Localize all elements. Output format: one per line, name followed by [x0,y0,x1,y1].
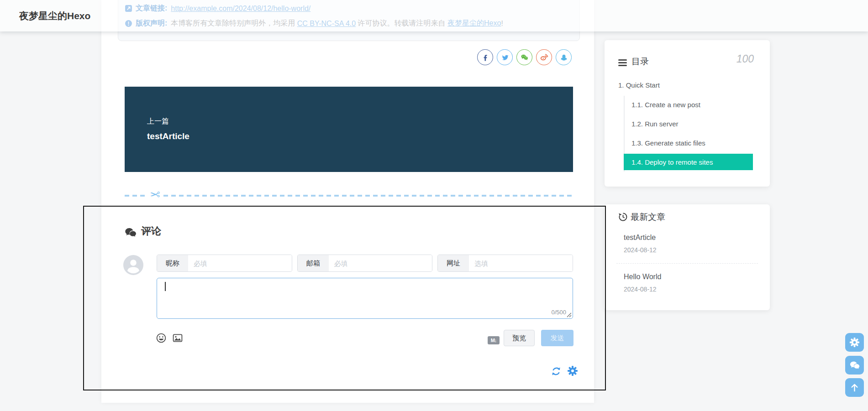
main-content: 文章链接: http://example.com/2024/08/12/hell… [101,0,594,403]
toc-item-create-post[interactable]: 1.1. Create a new post [631,101,700,109]
nickname-label: 昵称 [157,255,188,271]
email-field-group: 邮箱 [297,255,433,272]
text-caret [165,282,166,291]
nickname-field-group: 昵称 [157,255,292,272]
gear-icon [849,337,860,348]
toc-title: 目录 [631,56,649,68]
recent-post-link[interactable]: testArticle [624,234,656,242]
share-wechat-button[interactable] [516,49,532,65]
prev-post-label: 上一篇 [147,117,169,126]
toc-card: 目录 100 1. Quick Start 1.1. Create a new … [605,40,770,187]
arrow-up-icon [849,382,860,393]
comments-title: 评论 [141,224,161,238]
toc-item-run-server[interactable]: 1.2. Run server [631,120,679,128]
settings-float-button[interactable] [845,333,864,352]
website-field-group: 网址 [437,255,573,272]
comments-float-button[interactable] [845,356,864,375]
share-facebook-button[interactable] [477,49,493,65]
emoji-button[interactable] [156,333,167,343]
toc-list-icon [618,59,627,68]
page: 文章链接: http://example.com/2024/08/12/hell… [0,0,868,411]
site-title[interactable]: 夜梦星尘的Hexo [19,0,90,31]
comment-meta-fields: 昵称 邮箱 网址 [157,255,573,272]
recent-posts-title: 最新文章 [631,211,665,223]
website-input[interactable] [469,255,573,271]
twitter-icon [500,53,510,62]
recent-post-date: 2024-08-12 [624,246,657,254]
comment-textarea[interactable]: 0/500 [157,278,573,319]
send-button[interactable]: 发送 [541,330,573,346]
history-icon [618,212,628,222]
email-input[interactable] [329,255,432,271]
share-qq-button[interactable] [556,49,572,65]
prev-post-card[interactable]: 上一篇 testArticle [125,87,573,172]
preview-button[interactable]: 预览 [504,330,535,346]
site-header: 夜梦星尘的Hexo [0,0,868,31]
recent-post-date: 2024-08-12 [624,286,657,293]
resize-handle-icon[interactable] [567,312,572,317]
toc-item-quick-start[interactable]: 1. Quick Start [618,81,660,89]
toc-item-deploy-active[interactable]: 1.4. Deploy to remote sites [624,154,753,170]
weibo-icon [539,52,549,62]
share-weibo-button[interactable] [536,49,552,65]
comments-icon [124,226,137,239]
comment-settings-gear-icon[interactable] [567,365,578,376]
back-to-top-button[interactable] [845,378,864,397]
scissors-icon: ✂ [147,187,163,203]
toc-item-generate-files[interactable]: 1.3. Generate static files [631,139,705,147]
nickname-input[interactable] [188,255,292,271]
prev-post-title: testArticle [147,131,189,141]
wechat-icon [520,52,529,62]
recent-posts-divider [616,263,758,264]
char-counter: 0/500 [551,309,566,316]
email-label: 邮箱 [298,255,329,271]
recent-posts-card: 最新文章 testArticle 2024-08-12 Hello World … [605,204,770,310]
recent-post-link[interactable]: Hello World [624,273,661,281]
markdown-icon: M↓ [488,336,500,344]
share-row [477,49,572,65]
share-twitter-button[interactable] [497,49,513,65]
website-label: 网址 [438,255,469,271]
post-end-divider [125,195,573,197]
qq-icon [559,53,568,62]
refresh-comments-button[interactable] [551,366,562,377]
reading-progress: 100 [736,53,754,65]
facebook-icon [481,53,490,62]
image-upload-button[interactable] [172,333,183,343]
avatar [123,255,143,275]
chat-bubbles-icon [849,360,860,371]
